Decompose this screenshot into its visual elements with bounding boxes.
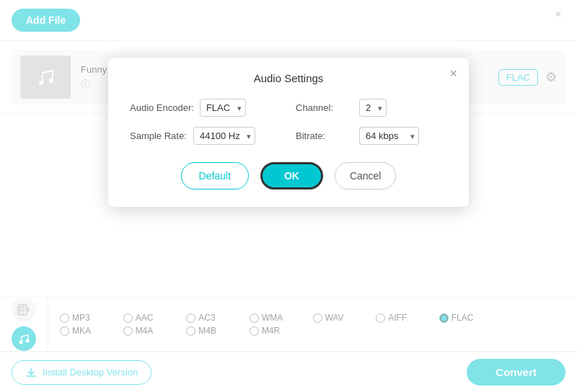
- modal-overlay: × Audio Settings Audio Encoder: FLAC MP3…: [0, 0, 577, 392]
- default-button[interactable]: Default: [181, 162, 249, 190]
- channel-select-wrapper: 2 1: [359, 99, 387, 117]
- settings-grid: Audio Encoder: FLAC MP3 AAC Channel: 2 1: [130, 99, 447, 145]
- channel-row: Channel: 2 1: [296, 99, 447, 117]
- modal-buttons: Default OK Cancel: [130, 162, 447, 190]
- sample-rate-label: Sample Rate:: [130, 130, 188, 141]
- bitrate-label: Bitrate:: [296, 130, 353, 141]
- cancel-button[interactable]: Cancel: [335, 162, 397, 190]
- channel-label: Channel:: [296, 102, 353, 113]
- modal-close-button[interactable]: ×: [449, 66, 457, 81]
- audio-encoder-label: Audio Encoder:: [130, 102, 194, 113]
- sample-rate-select[interactable]: 44100 Hz 22050 Hz 48000 Hz: [193, 127, 255, 145]
- audio-encoder-row: Audio Encoder: FLAC MP3 AAC: [130, 99, 281, 117]
- bitrate-row: Bitrate: 64 kbps 128 kbps 320 kbps: [296, 127, 447, 145]
- sample-rate-select-wrapper: 44100 Hz 22050 Hz 48000 Hz: [193, 127, 255, 145]
- bitrate-select-wrapper: 64 kbps 128 kbps 320 kbps: [359, 127, 419, 145]
- audio-settings-modal: × Audio Settings Audio Encoder: FLAC MP3…: [108, 58, 469, 207]
- ok-button[interactable]: OK: [260, 162, 323, 190]
- sample-rate-row: Sample Rate: 44100 Hz 22050 Hz 48000 Hz: [130, 127, 281, 145]
- modal-title: Audio Settings: [130, 72, 447, 84]
- audio-encoder-select-wrapper: FLAC MP3 AAC: [200, 99, 246, 117]
- audio-encoder-select[interactable]: FLAC MP3 AAC: [200, 99, 246, 117]
- channel-select[interactable]: 2 1: [359, 99, 387, 117]
- bitrate-select[interactable]: 64 kbps 128 kbps 320 kbps: [359, 127, 419, 145]
